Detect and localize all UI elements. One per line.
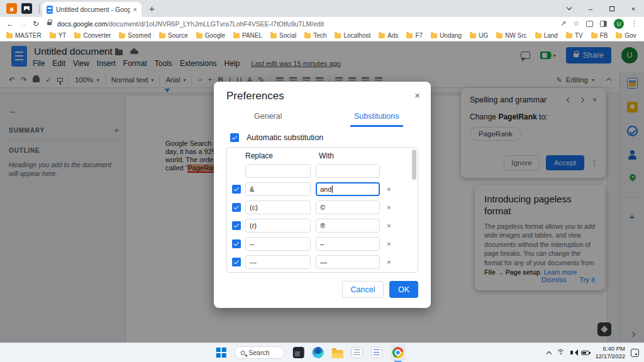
remove-substitution-icon[interactable]: × [387,240,391,248]
substitution-with-input[interactable]: — [316,255,380,269]
forward-icon[interactable]: → [19,19,27,28]
tab-substitutions[interactable]: Substitutions [323,109,431,127]
bookmark-panel[interactable]: PANEL [233,32,262,39]
bookmark-undang[interactable]: Undang [431,32,462,39]
new-tab-button[interactable]: + [149,3,155,14]
substitution-checkbox[interactable] [232,203,241,212]
taskbar-app-notes-icon[interactable] [351,347,362,358]
remove-substitution-icon[interactable]: × [387,204,391,211]
substitution-row: &and× [227,180,418,198]
windows-taskbar: Search 6:40 PM12/17/2022 [0,343,644,362]
bookmark-star-icon[interactable]: ☆ [573,19,579,28]
substitution-checkbox[interactable] [232,239,241,248]
tray-overflow-icon[interactable] [547,351,552,356]
lock-icon[interactable] [47,22,52,25]
bookmark-gov[interactable]: Gov [616,32,636,39]
volume-icon[interactable] [570,351,573,354]
bookmark-localhost[interactable]: Localhost [335,32,370,39]
browser-menu-icon[interactable]: ⋮ [631,19,638,28]
edge-icon[interactable] [312,347,323,358]
substitution-checkbox[interactable] [232,221,241,230]
substitution-replace-input[interactable]: (c) [245,200,311,214]
bookmark-tv[interactable]: TV [566,32,583,39]
taskbar-clock[interactable]: 6:40 PM12/17/2022 [595,345,625,360]
pinned-tab-mail[interactable] [21,3,32,14]
bookmark-label: Undang [440,32,462,39]
remove-substitution-icon[interactable]: × [387,222,391,229]
folder-icon [591,33,597,38]
substitution-replace-input[interactable]: (r) [245,219,311,233]
back-icon[interactable]: ← [6,19,14,28]
bookmark-nw-src[interactable]: NW Src [496,32,526,39]
ok-button[interactable]: OK [389,281,418,298]
bookmark-converter[interactable]: Converter [74,32,111,39]
bookmark-label: FB [600,32,608,39]
bookmark-land[interactable]: Land [535,32,558,39]
pinned-tab-amazon[interactable]: a [6,3,17,14]
close-dialog-icon[interactable]: × [414,90,420,101]
browser-profile-avatar[interactable]: U [614,19,624,29]
start-button[interactable] [216,348,226,358]
bookmark-google[interactable]: Google [196,32,225,39]
substitution-row: ---—× [227,253,418,271]
chrome-icon[interactable] [390,344,405,361]
bookmark-master[interactable]: MASTER [6,32,42,39]
bookmark-fb[interactable]: FB [591,32,608,39]
automatic-substitution-checkbox[interactable] [230,133,239,142]
substitution-row: × [227,271,418,273]
url-field[interactable]: docs.google.com/document/d/1oUNVR6P_LYhJ… [57,20,324,28]
tab-close-icon[interactable]: × [133,6,137,13]
folder-icon [304,33,311,38]
remove-substitution-icon[interactable]: × [387,185,391,193]
bookmark-label: PANEL [242,32,262,39]
bookmark-tech[interactable]: Tech [304,32,326,39]
bookmark-yt[interactable]: YT [50,32,67,39]
list-scrollbar[interactable] [412,150,416,180]
active-tab[interactable]: Untitled document - Google Do × [42,2,142,17]
remove-substitution-icon[interactable]: × [387,258,391,266]
substitution-checkbox[interactable] [232,185,241,194]
substitution-with-input[interactable] [316,164,380,178]
tab-general[interactable]: General [214,109,323,127]
taskbar-app-dark-icon[interactable] [292,347,304,358]
bookmark-label: Converter [83,32,111,39]
bookmark-ug[interactable]: UG [470,32,488,39]
bookmark-sosmed[interactable]: Sosmed [119,32,151,39]
folder-icon [496,33,502,38]
file-explorer-icon[interactable] [331,350,343,358]
maximize-button[interactable] [601,0,623,17]
bookmark-source[interactable]: Source [159,32,188,39]
bookmark-ads[interactable]: Ads [379,32,398,39]
minimize-button[interactable]: – [580,0,601,17]
system-tray: 6:40 PM12/17/2022 [547,345,639,360]
substitution-with-input[interactable]: and [316,182,380,196]
taskbar-search[interactable]: Search [234,346,284,359]
bookmark-social[interactable]: Social [270,32,296,39]
substitution-replace-input[interactable] [245,164,311,178]
wifi-icon[interactable] [557,349,565,356]
substitution-with-input[interactable]: © [316,200,380,214]
substitution-checkbox[interactable] [232,258,241,266]
extensions-icon[interactable] [586,21,593,27]
tab-search-icon[interactable] [558,0,580,17]
bookmark-label: YT [58,32,67,39]
taskbar-app-list-icon[interactable] [370,347,382,358]
folder-icon [74,33,80,38]
notification-center-icon[interactable] [631,349,639,357]
date: 12/17/2022 [595,353,625,360]
close-window-button[interactable]: × [623,0,644,17]
bookmark-f7[interactable]: F7 [406,32,423,39]
cancel-button[interactable]: Cancel [342,281,384,298]
folder-icon [379,33,385,38]
substitution-with-input[interactable]: ® [316,219,380,233]
side-panel-icon[interactable] [600,21,607,27]
substitution-with-input[interactable]: – [316,237,380,251]
automatic-substitution-row: Automatic substitution [230,133,323,142]
substitution-replace-input[interactable]: --- [245,255,311,269]
substitution-replace-input[interactable]: & [245,182,311,196]
share-page-icon[interactable]: ↗ [560,19,566,28]
substitution-replace-input[interactable]: -- [245,237,311,251]
preferences-dialog: Preferences × General Substitutions Auto… [214,82,431,308]
reload-icon[interactable]: ↻ [33,19,39,28]
battery-icon[interactable] [581,351,589,355]
